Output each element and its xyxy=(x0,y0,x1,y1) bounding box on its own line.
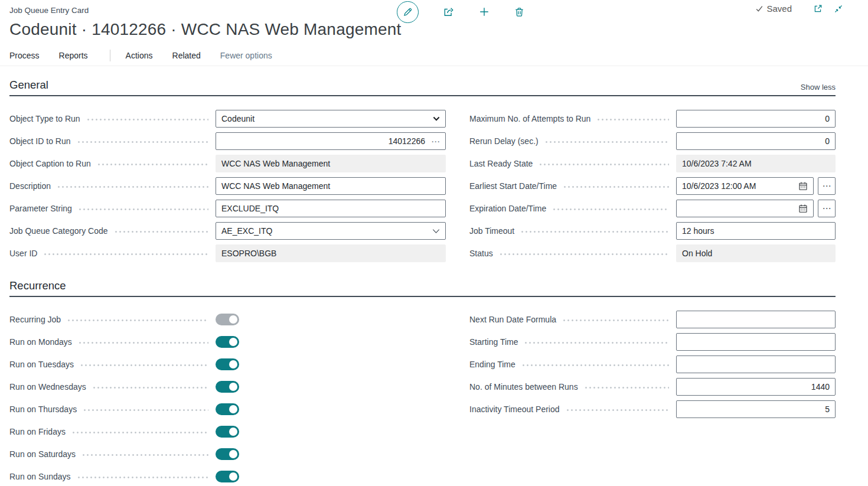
dotted-leader xyxy=(520,231,669,233)
calendar-icon xyxy=(798,204,808,213)
description-input[interactable]: WCC NAS Web Management xyxy=(216,177,446,195)
run-on-saturdays-toggle[interactable] xyxy=(216,448,239,460)
field-row-run-on-mondays: Run on Mondays xyxy=(9,333,446,351)
edit-pencil-icon xyxy=(402,6,413,18)
expiration-date-time-assist-button[interactable]: ⋯ xyxy=(818,200,836,217)
run-on-saturdays-label: Run on Saturdays xyxy=(9,449,79,459)
share-button[interactable] xyxy=(442,6,455,18)
status-field: On Hold xyxy=(676,244,836,262)
field-row-run-on-saturdays: Run on Saturdays xyxy=(9,445,446,463)
toggle-knob xyxy=(229,315,237,324)
field-row-object-id-to-run: Object ID to Run14012266⋯ xyxy=(9,132,446,150)
field-row-parameter-string: Parameter StringEXCLUDE_ITQ xyxy=(9,200,446,217)
field-row-status: StatusOn Hold xyxy=(469,244,836,262)
parameter-string-input[interactable]: EXCLUDE_ITQ xyxy=(216,200,446,217)
ending-time-input[interactable] xyxy=(676,355,836,373)
field-row-run-on-thursdays: Run on Thursdays xyxy=(9,400,446,418)
dotted-leader xyxy=(552,208,669,210)
dotted-leader xyxy=(57,186,208,188)
toggle-knob xyxy=(229,405,237,413)
edit-pencil-button[interactable] xyxy=(397,1,419,23)
recurrence-section: Recurrence Recurring JobRun on MondaysRu… xyxy=(0,279,868,486)
expiration-date-time-input[interactable] xyxy=(676,200,814,217)
dotted-leader xyxy=(563,186,669,188)
recurrence-section-head: Recurrence xyxy=(9,279,836,297)
object-id-to-run-value: 14012266 xyxy=(221,136,425,146)
run-on-fridays-toggle[interactable] xyxy=(216,426,239,438)
add-button[interactable] xyxy=(478,6,490,18)
parameter-string-value: EXCLUDE_ITQ xyxy=(221,204,440,213)
no-of-minutes-between-runs-input[interactable]: 1440 xyxy=(676,378,836,396)
maximum-no-of-attempts-to-run-value: 0 xyxy=(682,114,830,123)
dotted-leader xyxy=(78,342,208,344)
menu-reports[interactable]: Reports xyxy=(59,51,88,60)
next-run-date-formula-label: Next Run Date Formula xyxy=(469,315,560,324)
run-on-sundays-toggle[interactable] xyxy=(216,471,239,482)
inactivity-timeout-period-input[interactable]: 5 xyxy=(676,400,836,418)
field-row-description: DescriptionWCC NAS Web Management xyxy=(9,177,446,195)
open-in-new-window-button[interactable] xyxy=(813,4,823,14)
delete-button[interactable] xyxy=(514,6,525,18)
object-id-to-run-lookup-ellipsis-icon[interactable]: ⋯ xyxy=(431,137,440,146)
dotted-leader xyxy=(524,342,669,344)
field-row-recurring-job: Recurring Job xyxy=(9,311,446,328)
field-row-run-on-tuesdays: Run on Tuesdays xyxy=(9,355,446,373)
toggle-knob xyxy=(229,360,237,368)
dotted-leader xyxy=(114,231,208,233)
earliest-start-date-time-assist-button[interactable]: ⋯ xyxy=(818,177,836,195)
dotted-leader xyxy=(97,164,208,165)
share-icon xyxy=(442,6,455,18)
menu-fewer-options[interactable]: Fewer options xyxy=(220,51,272,60)
object-type-to-run-value: Codeunit xyxy=(221,114,428,123)
open-in-new-window-icon xyxy=(813,4,823,14)
rerun-delay-sec-label: Rerun Delay (sec.) xyxy=(469,136,542,146)
earliest-start-date-time-input[interactable]: 10/6/2023 12:00 AM xyxy=(676,177,814,195)
no-of-minutes-between-runs-value: 1440 xyxy=(682,382,830,392)
run-on-fridays-label: Run on Fridays xyxy=(9,427,69,436)
run-on-tuesdays-toggle[interactable] xyxy=(216,358,239,370)
field-row-ending-time: Ending Time xyxy=(469,355,836,373)
delete-icon xyxy=(514,6,525,18)
run-on-wednesdays-toggle[interactable] xyxy=(216,381,239,393)
job-queue-category-code-label: Job Queue Category Code xyxy=(9,226,112,236)
no-of-minutes-between-runs-label: No. of Minutes between Runs xyxy=(469,382,582,392)
field-row-inactivity-timeout-period: Inactivity Timeout Period5 xyxy=(469,400,836,418)
window-controls xyxy=(813,4,843,14)
field-row-user-id: User IDESOPRO\BGB xyxy=(9,244,446,262)
dotted-leader xyxy=(83,409,208,411)
starting-time-label: Starting Time xyxy=(469,337,521,347)
show-less-link[interactable]: Show less xyxy=(801,83,836,92)
collapse-icon xyxy=(834,4,843,14)
starting-time-input[interactable] xyxy=(676,333,836,351)
recurrence-section-title: Recurrence xyxy=(9,279,66,292)
run-on-thursdays-toggle[interactable] xyxy=(216,403,239,415)
dotted-leader xyxy=(562,319,669,321)
collapse-button[interactable] xyxy=(834,4,843,14)
maximum-no-of-attempts-to-run-input[interactable]: 0 xyxy=(676,110,836,128)
job-timeout-input[interactable]: 12 hours xyxy=(676,222,836,240)
object-id-to-run-input[interactable]: 14012266⋯ xyxy=(216,132,446,150)
object-type-to-run-select[interactable]: Codeunit xyxy=(216,110,446,128)
field-row-run-on-fridays: Run on Fridays xyxy=(9,423,446,441)
field-row-expiration-date-time: Expiration Date/Time⋯ xyxy=(469,200,836,217)
field-row-next-run-date-formula: Next Run Date Formula xyxy=(469,311,836,328)
menu-process[interactable]: Process xyxy=(9,51,40,60)
dotted-leader xyxy=(499,253,669,255)
menu-actions[interactable]: Actions xyxy=(126,51,153,60)
menu-related[interactable]: Related xyxy=(172,51,201,60)
dotted-leader xyxy=(43,253,208,255)
object-type-to-run-label: Object Type to Run xyxy=(9,114,84,123)
dotted-leader xyxy=(521,364,669,366)
job-queue-category-code-combobox[interactable]: AE_EXC_ITQ xyxy=(216,222,446,240)
toggle-knob xyxy=(229,428,237,436)
next-run-date-formula-input[interactable] xyxy=(676,311,836,328)
rerun-delay-sec-value: 0 xyxy=(682,136,830,146)
rerun-delay-sec-input[interactable]: 0 xyxy=(676,132,836,150)
run-on-sundays-label: Run on Sundays xyxy=(9,472,74,481)
user-id-field: ESOPRO\BGB xyxy=(216,244,446,262)
job-timeout-value: 12 hours xyxy=(682,226,830,236)
dotted-leader xyxy=(77,141,209,143)
field-row-earliest-start-date-time: Earliest Start Date/Time10/6/2023 12:00 … xyxy=(469,177,836,195)
run-on-mondays-toggle[interactable] xyxy=(216,336,239,348)
run-on-wednesdays-label: Run on Wednesdays xyxy=(9,382,90,392)
